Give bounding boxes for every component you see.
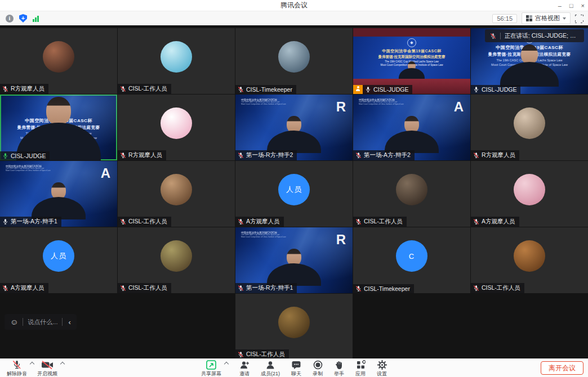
nameplate-row: CISL-Timekeeper — [353, 284, 414, 293]
camera-off-icon — [41, 360, 54, 370]
stage-curtain — [353, 28, 470, 37]
participant-silhouette — [32, 182, 86, 219]
invite-button[interactable]: 邀请 — [238, 359, 251, 377]
mic-speaking-icon — [2, 152, 8, 159]
initials-avatar: 人员 — [43, 240, 74, 272]
participant-nameplate: CISL-JUDGE — [363, 85, 412, 94]
nameplate-row: 第一场-A方-辩手1 — [0, 217, 61, 227]
leave-meeting-button[interactable]: 离开会议 — [541, 361, 583, 375]
mic-muted-icon — [355, 285, 362, 292]
conference-banner: 中国空间法学会第19届CASC杯The 19th CASC Cup Manfre… — [241, 98, 310, 105]
meeting-timer: 56:15 — [492, 14, 517, 23]
video-tile[interactable]: 中国空间法学会第19届CASC杯The 19th CASC Cup Manfre… — [235, 95, 353, 160]
raise-hand-icon — [335, 360, 344, 370]
video-tile[interactable]: 中国空间法学会第19届CASC杯The 19th CASC Cup Manfre… — [353, 95, 470, 160]
nameplate-row: CISL-JUDGE — [353, 85, 412, 94]
nameplate-row: R方观摩人员 — [471, 150, 519, 160]
nameplate-row: 第一场-R方-辩手2 — [235, 150, 297, 160]
video-tile[interactable]: CISL-Timekeeper — [235, 28, 353, 94]
video-tile[interactable]: CISL-工作人员 — [353, 161, 470, 227]
video-tile[interactable]: CISL-工作人员 — [235, 294, 353, 358]
settings-button[interactable]: 设置 — [376, 359, 388, 377]
participant-name: 第一场-R方-辩手2 — [246, 151, 293, 159]
participant-nameplate: CISL-工作人员 — [118, 84, 171, 94]
share-options-chevron[interactable] — [224, 362, 229, 366]
divider — [500, 33, 501, 39]
network-signal-icon[interactable] — [33, 15, 39, 22]
video-options-chevron[interactable] — [60, 362, 65, 366]
participant-nameplate: 第一场-R方-辩手2 — [235, 150, 297, 160]
video-tile[interactable]: 中国空间法学会第19届CASC杯曼弗雷德·拉克斯国际空间法模拟法庭竞赛The 1… — [0, 95, 117, 160]
nameplate-row: A方观摩人员 — [471, 217, 519, 227]
video-tile[interactable]: CCISL-Timekeeper — [353, 227, 470, 293]
window-title: 腾讯会议 — [280, 1, 308, 10]
video-tile[interactable]: CISL-工作人员 — [118, 28, 235, 94]
blurred-portrait-avatar — [514, 107, 545, 139]
raise-hand-button[interactable]: 举手 — [333, 359, 345, 377]
invite-person-icon — [239, 360, 250, 370]
gear-icon — [377, 360, 387, 370]
video-tile[interactable]: CISL-工作人员 — [471, 227, 588, 293]
hello-kitty-avatar — [161, 107, 192, 139]
info-icon[interactable]: i — [6, 15, 14, 23]
participant-nameplate: CISL-工作人员 — [353, 217, 407, 227]
smiley-icon[interactable]: ☺ — [10, 318, 18, 326]
video-tile[interactable]: 人员A方观摩人员 — [0, 227, 117, 293]
apps-button[interactable]: 应用 — [354, 359, 367, 377]
maximize-button[interactable]: □ — [569, 0, 573, 11]
mic-muted-icon — [2, 285, 8, 291]
participant-name: CISL-Timekeeper — [364, 285, 410, 292]
participant-nameplate: A方观摩人员 — [0, 283, 48, 293]
mic-on-icon — [365, 86, 371, 93]
divider — [23, 318, 23, 326]
participant-name: A方观摩人员 — [11, 284, 44, 292]
nameplate-row: R方观摩人员 — [118, 150, 166, 160]
security-shield-icon[interactable] — [19, 14, 27, 23]
dolphin-avatar — [161, 41, 192, 73]
layout-view-button[interactable]: 宫格视图 — [522, 12, 571, 24]
team-letter-mark: A — [454, 99, 464, 115]
nameplate-row: CISL-工作人员 — [118, 217, 171, 227]
participant-name: CISL-Timekeeper — [246, 86, 292, 93]
minimize-button[interactable]: – — [558, 0, 562, 11]
share-screen-button[interactable]: 共享屏幕 — [200, 359, 222, 377]
participant-silhouette — [267, 249, 321, 286]
video-tile[interactable]: 中国空间法学会第19届CASC杯The 19th CASC Cup Manfre… — [0, 161, 117, 227]
close-button[interactable]: × — [581, 0, 585, 11]
nameplate-row: CISL-JUDGE — [0, 151, 50, 160]
start-video-button[interactable]: 开启视频 — [36, 359, 59, 377]
dog-avatar — [514, 240, 545, 272]
video-tile[interactable]: R方观摩人员 — [471, 95, 588, 160]
doll-avatar — [161, 240, 192, 272]
mic-muted-icon — [473, 218, 479, 225]
participant-nameplate: CISL-JUDGE — [471, 85, 520, 94]
participant-name: CISL-工作人员 — [128, 284, 167, 292]
chat-input[interactable]: 说点什么... — [28, 318, 57, 326]
mic-muted-icon — [355, 152, 362, 159]
video-tile[interactable]: 中国空间法学会第19届CASC杯The 19th CASC Cup Manfre… — [235, 227, 353, 293]
mic-options-chevron[interactable] — [30, 362, 34, 366]
video-tile[interactable]: R方观摩人员 — [118, 95, 235, 160]
video-tile[interactable]: 中国空间法学会第19届CASC杯曼弗雷德·拉克斯国际空间法模拟法庭竞赛The 1… — [353, 28, 470, 94]
video-tile[interactable]: CISL-工作人员 — [118, 227, 235, 293]
participant-nameplate: CISL-工作人员 — [235, 349, 289, 358]
conference-banner: 中国空间法学会第19届CASC杯The 19th CASC Cup Manfre… — [6, 164, 74, 172]
chat-button[interactable]: 聊天 — [290, 359, 302, 377]
collapse-chatbar-icon[interactable]: ‹ — [67, 318, 70, 326]
video-tile[interactable]: A方观摩人员 — [471, 161, 588, 227]
fullscreen-icon[interactable] — [575, 15, 582, 22]
members-button[interactable]: 成员(21) — [260, 359, 281, 377]
participant-name: CISL-JUDGE — [11, 152, 46, 159]
video-tile[interactable]: 人员A方观摩人员 — [235, 161, 353, 227]
unmute-button[interactable]: 解除静音 — [6, 359, 28, 377]
participant-nameplate: R方观摩人员 — [471, 150, 519, 160]
video-tile[interactable]: R方观摩人员 — [0, 28, 117, 94]
apps-grid-icon — [356, 360, 366, 370]
participant-nameplate: R方观摩人员 — [0, 84, 48, 94]
participant-nameplate: CISL-JUDGE — [0, 151, 50, 160]
video-tile[interactable]: CISL-工作人员 — [118, 161, 235, 227]
record-button[interactable]: 录制 — [311, 359, 324, 377]
window-titlebar: 腾讯会议 – □ × — [0, 0, 588, 11]
mic-muted-icon — [473, 152, 479, 159]
participant-nameplate: 第一场-A方-辩手2 — [353, 150, 415, 160]
